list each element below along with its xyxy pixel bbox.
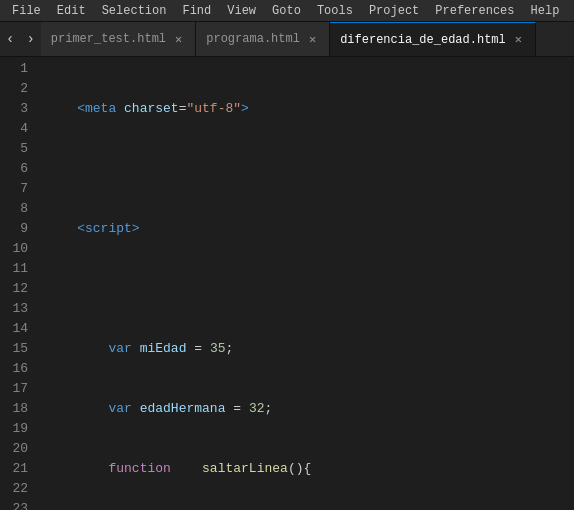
code-line-6: var edadHermana = 32;: [46, 399, 574, 419]
code-line-3: <script>: [46, 219, 574, 239]
line-num-22: 22: [10, 479, 28, 499]
line-num-1: 1: [10, 59, 28, 79]
line-num-13: 13: [10, 299, 28, 319]
line-num-7: 7: [10, 179, 28, 199]
tab-diferencia[interactable]: diferencia_de_edad.html ✕: [330, 22, 536, 56]
code-line-5: var miEdad = 35;: [46, 339, 574, 359]
tab-primer-close[interactable]: ✕: [172, 31, 185, 48]
tab-diferencia-close[interactable]: ✕: [512, 31, 525, 48]
menubar: File Edit Selection Find View Goto Tools…: [0, 0, 574, 22]
line-num-2: 2: [10, 79, 28, 99]
menu-tools[interactable]: Tools: [309, 0, 361, 21]
tab-nav-prev[interactable]: ‹: [0, 22, 20, 56]
editor: 1 2 3 4 5 6 7 8 9 10 11 12 13 14 15 16 1…: [0, 57, 574, 510]
tab-programa-label: programa.html: [206, 32, 300, 46]
line-num-9: 9: [10, 219, 28, 239]
code-line-4: [46, 279, 574, 299]
line-num-18: 18: [10, 399, 28, 419]
line-num-6: 6: [10, 159, 28, 179]
line-num-4: 4: [10, 119, 28, 139]
code-editor[interactable]: <meta charset="utf-8"> <script> var miEd…: [38, 57, 574, 510]
menu-help[interactable]: Help: [523, 0, 568, 21]
menu-goto[interactable]: Goto: [264, 0, 309, 21]
menu-project[interactable]: Project: [361, 0, 427, 21]
line-num-23: 23: [10, 499, 28, 510]
menu-edit[interactable]: Edit: [49, 0, 94, 21]
menu-selection[interactable]: Selection: [94, 0, 175, 21]
code-line-2: [46, 159, 574, 179]
tab-diferencia-label: diferencia_de_edad.html: [340, 33, 506, 47]
line-numbers: 1 2 3 4 5 6 7 8 9 10 11 12 13 14 15 16 1…: [0, 57, 38, 510]
line-num-14: 14: [10, 319, 28, 339]
tab-primer-test[interactable]: primer_test.html ✕: [41, 22, 196, 56]
line-num-12: 12: [10, 279, 28, 299]
code-line-1: <meta charset="utf-8">: [46, 99, 574, 119]
code-line-7: function saltarLinea(){: [46, 459, 574, 479]
line-num-8: 8: [10, 199, 28, 219]
tabbar: ‹ › primer_test.html ✕ programa.html ✕ d…: [0, 22, 574, 57]
line-num-17: 17: [10, 379, 28, 399]
line-num-20: 20: [10, 439, 28, 459]
menu-file[interactable]: File: [4, 0, 49, 21]
line-num-11: 11: [10, 259, 28, 279]
line-num-15: 15: [10, 339, 28, 359]
tab-nav-next[interactable]: ›: [20, 22, 40, 56]
line-num-5: 5: [10, 139, 28, 159]
menu-view[interactable]: View: [219, 0, 264, 21]
menu-preferences[interactable]: Preferences: [427, 0, 522, 21]
tab-programa[interactable]: programa.html ✕: [196, 22, 330, 56]
line-num-3: 3: [10, 99, 28, 119]
tab-programa-close[interactable]: ✕: [306, 31, 319, 48]
line-num-10: 10: [10, 239, 28, 259]
line-num-16: 16: [10, 359, 28, 379]
tab-primer-label: primer_test.html: [51, 32, 166, 46]
menu-find[interactable]: Find: [174, 0, 219, 21]
line-num-21: 21: [10, 459, 28, 479]
line-num-19: 19: [10, 419, 28, 439]
